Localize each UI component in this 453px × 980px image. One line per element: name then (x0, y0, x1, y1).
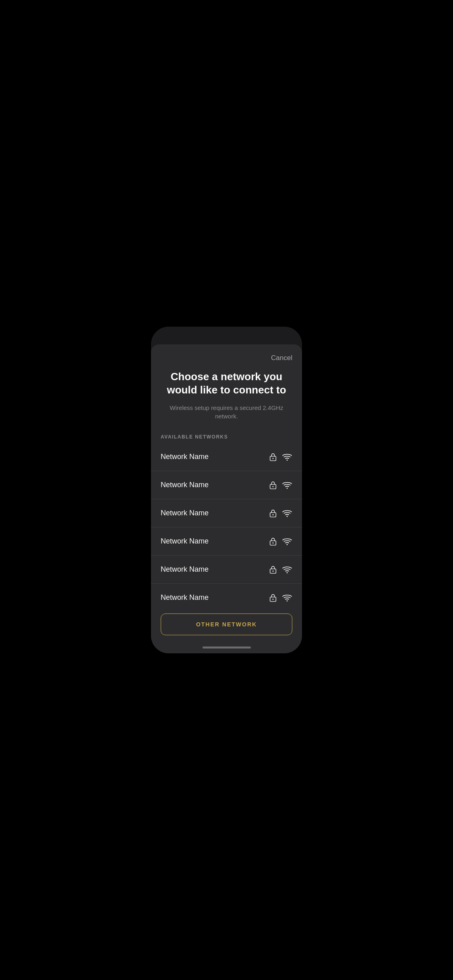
lock-icon (269, 565, 277, 574)
network-item[interactable]: Network Name (151, 556, 302, 584)
svg-point-5 (287, 488, 288, 489)
svg-point-1 (273, 458, 274, 459)
wifi-icon (282, 537, 292, 546)
subtitle-text: Wireless setup requires a secured 2.4GHz… (161, 404, 292, 420)
wifi-icon (282, 453, 292, 461)
lock-icon (269, 593, 277, 602)
network-item[interactable]: Network Name (151, 471, 302, 499)
network-icons (269, 481, 292, 490)
phone-frame: Cancel Choose a network you would like t… (151, 327, 302, 653)
svg-point-2 (287, 459, 288, 461)
svg-point-8 (287, 516, 288, 517)
modal-container: Cancel Choose a network you would like t… (151, 344, 302, 653)
svg-point-10 (273, 542, 274, 544)
network-icons (269, 565, 292, 574)
wifi-icon (282, 481, 292, 489)
svg-point-7 (273, 514, 274, 515)
network-icons (269, 593, 292, 602)
network-item[interactable]: Network Name (151, 499, 302, 527)
svg-point-17 (287, 600, 288, 601)
lock-icon (269, 453, 277, 461)
network-icons (269, 453, 292, 461)
network-name: Network Name (161, 537, 209, 546)
network-item[interactable]: Network Name (151, 584, 302, 607)
home-bar (203, 646, 251, 649)
status-bar (151, 327, 302, 344)
home-indicator (151, 643, 302, 653)
svg-point-16 (273, 599, 274, 600)
section-label: AVAILABLE NETWORKS (151, 434, 302, 440)
svg-point-13 (273, 570, 274, 572)
network-name: Network Name (161, 481, 209, 489)
lock-icon (269, 537, 277, 546)
wifi-icon (282, 566, 292, 574)
cancel-row: Cancel (161, 352, 292, 364)
network-name: Network Name (161, 509, 209, 517)
bottom-bar: OTHER NETWORK (151, 607, 302, 643)
header-area: Cancel Choose a network you would like t… (151, 344, 302, 434)
page-title: Choose a network you would like to conne… (161, 370, 292, 396)
svg-point-4 (273, 486, 274, 487)
network-icons (269, 509, 292, 518)
network-item[interactable]: Network Name (151, 527, 302, 556)
network-name: Network Name (161, 565, 209, 574)
lock-icon (269, 509, 277, 518)
lock-icon (269, 481, 277, 490)
network-icons (269, 537, 292, 546)
wifi-icon (282, 594, 292, 602)
other-network-button[interactable]: OTHER NETWORK (161, 614, 292, 635)
svg-point-14 (287, 572, 288, 573)
svg-point-11 (287, 544, 288, 545)
wifi-icon (282, 509, 292, 517)
network-item[interactable]: Network Name (151, 443, 302, 471)
network-name: Network Name (161, 593, 209, 602)
network-name: Network Name (161, 453, 209, 461)
network-list[interactable]: Network Name Network Name Network Name (151, 443, 302, 607)
cancel-button[interactable]: Cancel (271, 352, 292, 364)
